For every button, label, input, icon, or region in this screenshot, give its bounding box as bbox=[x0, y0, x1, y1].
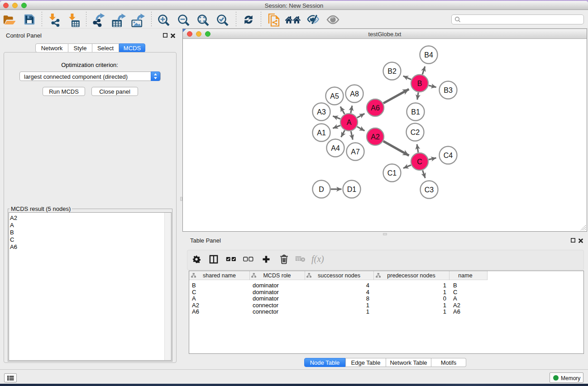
svg-text:B3: B3 bbox=[444, 86, 453, 94]
svg-text:C: C bbox=[417, 158, 422, 166]
svg-text:B1: B1 bbox=[411, 108, 420, 116]
svg-text:D1: D1 bbox=[347, 186, 357, 193]
svg-text:A8: A8 bbox=[350, 90, 359, 98]
svg-text:B2: B2 bbox=[387, 67, 397, 75]
svg-text:A7: A7 bbox=[351, 148, 360, 156]
svg-text:D: D bbox=[319, 186, 324, 193]
svg-text:A5: A5 bbox=[330, 92, 339, 100]
svg-text:C4: C4 bbox=[444, 152, 453, 159]
svg-text:C2: C2 bbox=[411, 129, 420, 136]
svg-text:A: A bbox=[347, 119, 352, 126]
svg-text:A2: A2 bbox=[371, 133, 380, 141]
svg-text:A4: A4 bbox=[331, 144, 340, 152]
svg-text:C1: C1 bbox=[387, 169, 397, 177]
svg-text:A6: A6 bbox=[371, 104, 380, 112]
svg-text:B4: B4 bbox=[424, 51, 433, 59]
svg-text:A1: A1 bbox=[317, 129, 326, 137]
svg-text:A3: A3 bbox=[317, 108, 326, 116]
svg-text:C3: C3 bbox=[425, 186, 434, 194]
svg-text:B: B bbox=[417, 80, 422, 87]
